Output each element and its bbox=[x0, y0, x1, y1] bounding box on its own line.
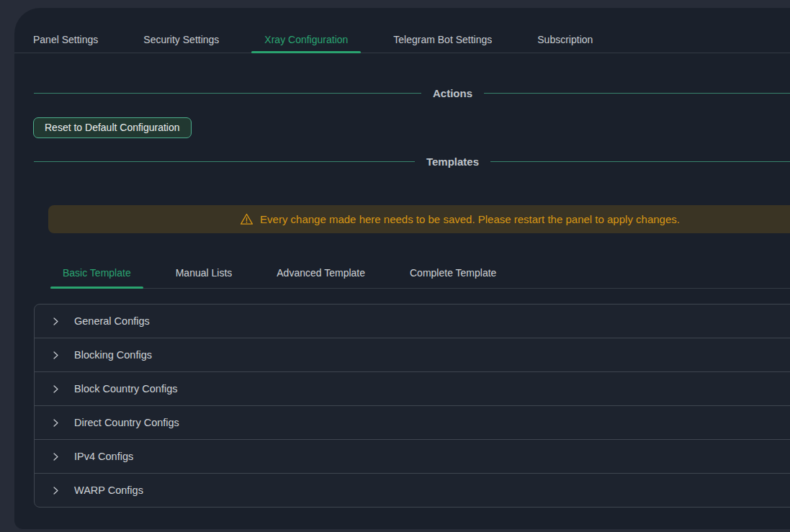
collapse-label: IPv4 Configs bbox=[74, 451, 133, 462]
actions-divider-label: Actions bbox=[433, 87, 472, 99]
collapse-label: Blocking Configs bbox=[74, 349, 152, 361]
chevron-right-icon bbox=[51, 351, 60, 360]
reset-to-default-button[interactable]: Reset to Default Configuration bbox=[33, 117, 192, 138]
chevron-right-icon bbox=[51, 384, 60, 394]
tab-panel-settings[interactable]: Panel Settings bbox=[20, 25, 111, 53]
templates-divider: Templates bbox=[34, 154, 790, 168]
collapse-header-block-country-configs[interactable]: Block Country Configs bbox=[35, 371, 790, 405]
collapse-header-ipv4-configs[interactable]: IPv4 Configs bbox=[35, 439, 790, 473]
chevron-right-icon bbox=[51, 418, 60, 428]
tab-basic-template[interactable]: Basic Template bbox=[50, 262, 143, 288]
collapse-label: WARP Configs bbox=[74, 484, 143, 496]
tab-telegram-bot-settings[interactable]: Telegram Bot Settings bbox=[380, 25, 505, 53]
collapse-header-direct-country-configs[interactable]: Direct Country Configs bbox=[35, 405, 790, 439]
collapse-header-warp-configs[interactable]: WARP Configs bbox=[35, 473, 790, 507]
tab-xray-configuration[interactable]: Xray Configuration bbox=[251, 25, 361, 53]
chevron-right-icon bbox=[51, 317, 60, 326]
warning-triangle-icon bbox=[240, 212, 253, 226]
template-tabs: Basic Template Manual Lists Advanced Tem… bbox=[50, 262, 790, 289]
templates-divider-label: Templates bbox=[426, 155, 479, 168]
config-collapse-list: General Configs Blocking Configs Block C… bbox=[34, 304, 790, 508]
warning-alert-text: Every change made here needs to be saved… bbox=[260, 213, 680, 225]
main-tabs: Panel Settings Security Settings Xray Co… bbox=[14, 25, 790, 53]
collapse-header-blocking-configs[interactable]: Blocking Configs bbox=[35, 338, 790, 371]
tab-advanced-template[interactable]: Advanced Template bbox=[264, 262, 377, 288]
chevron-right-icon bbox=[51, 486, 60, 495]
tab-manual-lists[interactable]: Manual Lists bbox=[163, 262, 245, 288]
tab-subscription[interactable]: Subscription bbox=[524, 25, 606, 53]
collapse-header-general-configs[interactable]: General Configs bbox=[35, 305, 790, 338]
settings-card: Panel Settings Security Settings Xray Co… bbox=[14, 8, 790, 529]
tab-security-settings[interactable]: Security Settings bbox=[130, 25, 232, 53]
tab-complete-template[interactable]: Complete Template bbox=[398, 262, 508, 288]
actions-divider: Actions bbox=[34, 86, 790, 100]
collapse-label: General Configs bbox=[74, 315, 150, 327]
collapse-label: Block Country Configs bbox=[74, 383, 177, 395]
chevron-right-icon bbox=[51, 452, 60, 461]
collapse-label: Direct Country Configs bbox=[74, 417, 179, 428]
restart-warning-alert: Every change made here needs to be saved… bbox=[48, 205, 790, 233]
